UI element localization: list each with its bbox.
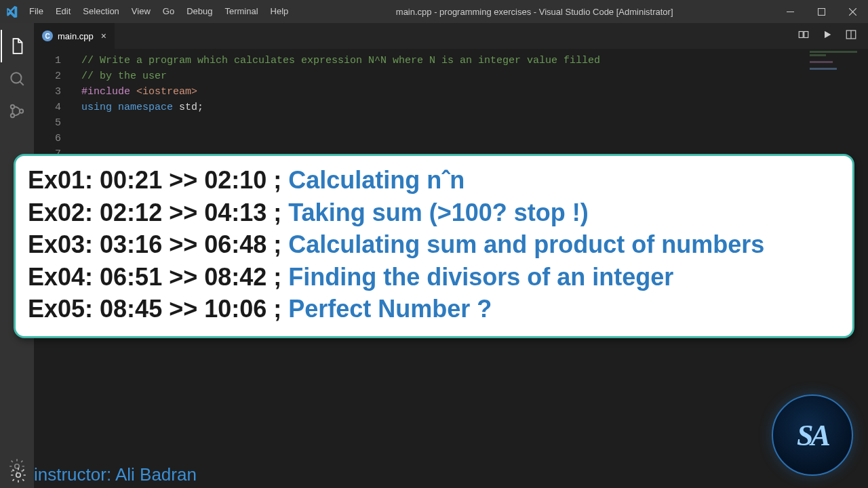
titlebar: FileEditSelectionViewGoDebugTerminalHelp… [0,0,868,23]
exercise-row-5: Ex05: 08:45 >> 10:06 ; Perfect Number ? [28,293,840,325]
menu-go[interactable]: Go [157,0,180,23]
svg-point-4 [11,114,14,117]
window-controls [774,0,868,23]
source-control-icon[interactable] [1,95,33,127]
cpp-file-icon: C [42,30,53,41]
compare-icon[interactable] [797,28,810,43]
exercise-overlay: Ex01: 00:21 >> 02:10 ; Calculating nˆnEx… [14,154,854,338]
run-icon[interactable] [822,29,833,43]
close-button[interactable] [837,0,868,23]
menu-view[interactable]: View [125,0,157,23]
exercise-row-4: Ex04: 06:51 >> 08:42 ; Finding the divis… [28,261,840,293]
minimap[interactable] [810,51,864,92]
close-icon[interactable]: × [101,30,106,41]
svg-point-2 [11,73,21,83]
gear-icon [9,466,27,484]
menu-help[interactable]: Help [264,0,295,23]
svg-point-10 [16,472,21,477]
svg-point-5 [20,109,23,113]
instructor-label: instructor: Ali Badran [9,464,197,485]
menu-debug[interactable]: Debug [180,0,218,23]
exercise-row-3: Ex03: 03:16 >> 06:48 ; Calculating sum a… [28,228,840,261]
exercise-row-1: Ex01: 00:21 >> 02:10 ; Calculating nˆn [28,164,840,197]
window-title: main.cpp - programming exercises - Visua… [294,7,774,17]
explorer-icon[interactable] [1,30,33,62]
svg-rect-8 [804,32,808,38]
maximize-button[interactable] [806,0,837,23]
svg-rect-1 [818,8,825,15]
vscode-logo-icon [0,5,23,18]
menu-file[interactable]: File [23,0,50,23]
exercise-row-2: Ex02: 02:12 >> 04:13 ; Taking sum (>100?… [28,197,840,229]
channel-logo-badge: SA [772,394,853,476]
menubar: FileEditSelectionViewGoDebugTerminalHelp [23,0,294,23]
tab-filename: main.cpp [58,31,94,41]
split-editor-icon[interactable] [845,28,857,43]
svg-rect-7 [799,32,803,38]
svg-point-3 [11,105,14,108]
minimize-button[interactable] [774,0,806,23]
svg-rect-0 [787,12,794,12]
search-icon[interactable] [1,62,33,95]
menu-edit[interactable]: Edit [50,0,77,23]
menu-selection[interactable]: Selection [77,0,125,23]
tab-main-cpp[interactable]: C main.cpp × [34,23,115,49]
editor-actions [797,23,868,49]
tab-bar: C main.cpp × [34,23,868,49]
menu-terminal[interactable]: Terminal [218,0,264,23]
